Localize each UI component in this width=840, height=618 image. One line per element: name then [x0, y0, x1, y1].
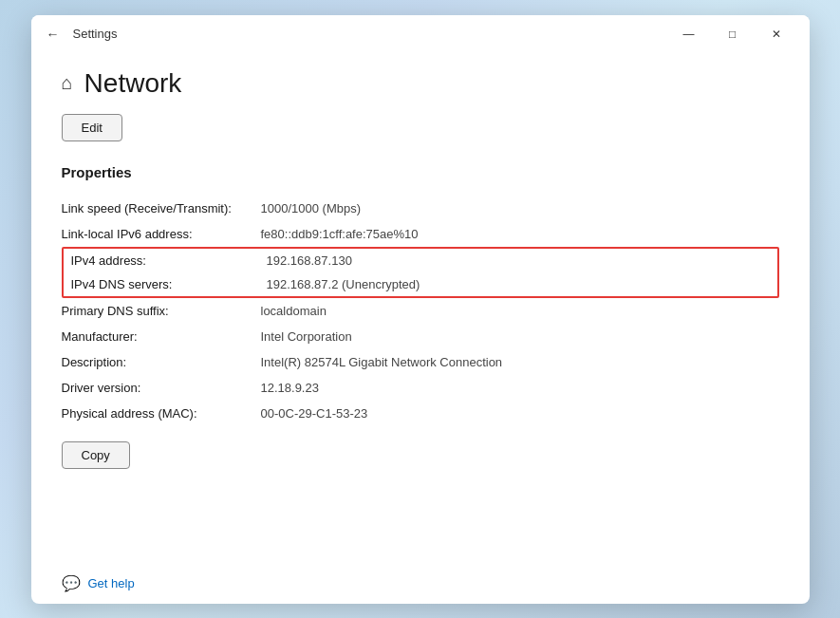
- prop-label-ipv6: Link-local IPv6 address:: [62, 227, 261, 241]
- page-header: ⌂ Network: [62, 68, 779, 99]
- prop-value-description: Intel(R) 82574L Gigabit Network Connecti…: [261, 355, 779, 369]
- back-icon[interactable]: ←: [43, 23, 64, 46]
- home-icon: ⌂: [62, 72, 73, 94]
- minimize-button[interactable]: —: [667, 19, 711, 49]
- main-content: ⌂ Network Edit Properties Link speed (Re…: [31, 53, 810, 563]
- get-help-link[interactable]: Get help: [88, 576, 135, 590]
- prop-label-driver: Driver version:: [62, 381, 261, 395]
- copy-button[interactable]: Copy: [62, 441, 130, 469]
- list-item: Description: Intel(R) 82574L Gigabit Net…: [62, 349, 779, 375]
- title-bar-left: ← Settings: [43, 23, 118, 46]
- prop-label-manufacturer: Manufacturer:: [62, 329, 261, 344]
- section-title: Properties: [62, 164, 779, 180]
- footer: 💬 Get help: [31, 563, 810, 604]
- prop-label-dns: IPv4 DNS servers:: [71, 277, 267, 291]
- prop-value-ipv4: 192.168.87.130: [267, 253, 770, 268]
- prop-value-link-speed: 1000/1000 (Mbps): [261, 201, 779, 215]
- list-item: IPv4 DNS servers: 192.168.87.2 (Unencryp…: [67, 272, 774, 296]
- prop-label-description: Description:: [62, 355, 261, 369]
- maximize-button[interactable]: □: [711, 19, 755, 49]
- prop-label-ipv4: IPv4 address:: [71, 253, 267, 268]
- properties-grid: Link speed (Receive/Transmit): 1000/1000…: [62, 196, 779, 426]
- list-item: Manufacturer: Intel Corporation: [62, 324, 779, 349]
- list-item: Physical address (MAC): 00-0C-29-C1-53-2…: [62, 401, 779, 426]
- prop-label-link-speed: Link speed (Receive/Transmit):: [62, 201, 261, 215]
- prop-value-dns-suffix: localdomain: [261, 304, 779, 318]
- page-title: Network: [84, 68, 182, 99]
- window-controls: — □ ✕: [667, 19, 798, 49]
- edit-button[interactable]: Edit: [62, 114, 122, 141]
- window-title: Settings: [73, 27, 118, 41]
- prop-value-mac: 00-0C-29-C1-53-23: [261, 406, 779, 421]
- prop-value-ipv6: fe80::ddb9:1cff:afe:75ae%10: [261, 227, 779, 241]
- highlighted-group: IPv4 address: 192.168.87.130 IPv4 DNS se…: [62, 247, 779, 298]
- title-bar: ← Settings — □ ✕: [31, 15, 810, 53]
- prop-label-dns-suffix: Primary DNS suffix:: [62, 304, 261, 318]
- prop-label-mac: Physical address (MAC):: [62, 406, 261, 421]
- close-button[interactable]: ✕: [755, 19, 798, 49]
- list-item: Primary DNS suffix: localdomain: [62, 298, 779, 324]
- prop-value-driver: 12.18.9.23: [261, 381, 779, 395]
- prop-value-manufacturer: Intel Corporation: [261, 329, 779, 344]
- list-item: IPv4 address: 192.168.87.130: [67, 249, 774, 272]
- prop-value-dns: 192.168.87.2 (Unencrypted): [267, 277, 770, 291]
- list-item: Link-local IPv6 address: fe80::ddb9:1cff…: [62, 221, 779, 247]
- settings-window: ← Settings — □ ✕ ⌂ Network Edit Properti…: [31, 15, 810, 604]
- list-item: Link speed (Receive/Transmit): 1000/1000…: [62, 196, 779, 221]
- help-icon: 💬: [62, 574, 81, 592]
- list-item: Driver version: 12.18.9.23: [62, 375, 779, 401]
